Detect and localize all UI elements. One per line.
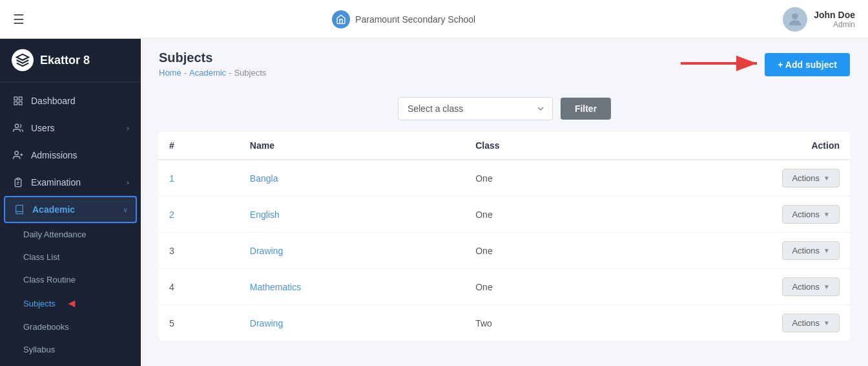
cell-name-5: Drawing — [240, 305, 465, 341]
actions-button-5[interactable]: Actions ▼ — [782, 314, 840, 332]
add-subject-button[interactable]: + Add subject — [765, 53, 850, 76]
sidebar-item-class-routine[interactable]: Class Routine — [0, 268, 141, 291]
layout: Ekattor 8 Dashboard — [0, 39, 868, 366]
subjects-table: # Name Class Action 1 Bangla One Actions — [159, 132, 850, 341]
breadcrumb-home[interactable]: Home — [159, 68, 181, 78]
cell-num-3: 3 — [159, 233, 240, 269]
cell-num-4: 4 — [159, 269, 240, 305]
dropdown-arrow-icon-3: ▼ — [823, 247, 830, 254]
sidebar-item-label-class-routine: Class Routine — [23, 275, 76, 285]
page-header: Subjects Home - Academic - Subjects — [141, 39, 868, 85]
table-row: 4 Mathematics One Actions ▼ — [159, 269, 850, 305]
sidebar-item-admissions[interactable]: Admissions — [0, 142, 141, 169]
svg-rect-4 — [19, 102, 22, 105]
sidebar-item-label-academic: Academic — [32, 204, 75, 215]
user-name: John Doe — [814, 10, 855, 20]
table-header: # Name Class Action — [159, 132, 850, 160]
logo-text: Ekattor 8 — [40, 54, 90, 67]
academic-submenu: Daily Attendance Class List Class Routin… — [0, 223, 141, 361]
red-arrow-decoration — [681, 54, 765, 73]
sidebar-item-label-daily-attendance: Daily Attendance — [23, 230, 87, 239]
user-avatar — [783, 7, 807, 32]
sidebar-item-gradebooks[interactable]: Gradebooks — [0, 316, 141, 338]
cell-name-4: Mathematics — [240, 269, 465, 305]
header-right: John Doe Admin — [783, 7, 855, 32]
table-row: 2 English One Actions ▼ — [159, 197, 850, 233]
table-row: 5 Drawing Two Actions ▼ — [159, 305, 850, 341]
chevron-right-icon-exam: › — [127, 178, 129, 186]
logo-icon — [12, 49, 34, 71]
svg-point-6 — [15, 151, 18, 155]
table-wrapper: # Name Class Action 1 Bangla One Actions — [141, 132, 868, 354]
sidebar-item-label-examination: Examination — [31, 177, 81, 188]
chevron-right-icon: › — [127, 124, 129, 132]
actions-button-3[interactable]: Actions ▼ — [782, 241, 840, 260]
clipboard-icon — [12, 176, 25, 189]
cell-num-2: 2 — [159, 197, 240, 233]
cell-name-2: English — [240, 197, 465, 233]
users-icon — [12, 122, 25, 135]
cell-action-4: Actions ▼ — [606, 269, 850, 305]
sidebar-item-academic[interactable]: Academic ∨ — [4, 196, 137, 223]
user-plus-icon — [12, 149, 25, 162]
sidebar-item-examination[interactable]: Examination › — [0, 169, 141, 196]
cell-class-4: One — [465, 269, 606, 305]
cell-action-5: Actions ▼ — [606, 305, 850, 341]
table-row: 3 Drawing One Actions ▼ — [159, 233, 850, 269]
svg-rect-3 — [14, 102, 17, 105]
table-body: 1 Bangla One Actions ▼ 2 English — [159, 160, 850, 341]
actions-button-2[interactable]: Actions ▼ — [782, 205, 840, 224]
top-header: ☰ Paramount Secondary School John Doe Ad… — [0, 0, 868, 39]
svg-point-0 — [792, 13, 798, 19]
school-name: Paramount Secondary School — [355, 14, 475, 25]
page-title-block: Subjects Home - Academic - Subjects — [159, 50, 266, 78]
svg-rect-2 — [19, 97, 22, 100]
subjects-red-arrow-icon: ◄ — [66, 297, 78, 309]
breadcrumb-academic[interactable]: Academic — [189, 68, 226, 78]
sidebar-item-syllabus[interactable]: Syllabus — [0, 338, 141, 361]
breadcrumb: Home - Academic - Subjects — [159, 68, 266, 78]
sidebar-item-class-list[interactable]: Class List — [0, 246, 141, 268]
header-left: ☰ — [13, 12, 25, 27]
cell-class-3: One — [465, 233, 606, 269]
dropdown-arrow-icon-2: ▼ — [823, 211, 830, 218]
sidebar-item-label-dashboard: Dashboard — [31, 96, 76, 106]
class-select[interactable]: Select a class One Two Three — [398, 97, 553, 120]
actions-button-1[interactable]: Actions ▼ — [782, 169, 840, 188]
header-arrow-area: + Add subject — [681, 50, 850, 76]
col-name: Name — [240, 132, 465, 160]
svg-rect-1 — [14, 97, 17, 100]
chevron-down-icon-academic: ∨ — [123, 206, 128, 214]
cell-num-1: 1 — [159, 160, 240, 197]
sidebar-item-label-subjects: Subjects — [23, 299, 56, 308]
sidebar-item-users[interactable]: Users › — [0, 114, 141, 142]
main-content: Subjects Home - Academic - Subjects — [141, 39, 868, 366]
user-role: Admin — [814, 20, 855, 29]
page-title: Subjects — [159, 50, 266, 65]
dropdown-arrow-icon-5: ▼ — [823, 319, 830, 327]
cell-num-5: 5 — [159, 305, 240, 341]
sidebar-item-subjects[interactable]: Subjects ◄ — [0, 291, 141, 316]
cell-name-1: Bangla — [240, 160, 465, 197]
sidebar: Ekattor 8 Dashboard — [0, 39, 141, 366]
sidebar-item-dashboard[interactable]: Dashboard — [0, 87, 141, 114]
cell-name-3: Drawing — [240, 233, 465, 269]
cell-action-2: Actions ▼ — [606, 197, 850, 233]
actions-button-4[interactable]: Actions ▼ — [782, 277, 840, 296]
sidebar-item-label-admissions: Admissions — [31, 150, 78, 160]
user-info: John Doe Admin — [814, 10, 855, 29]
sidebar-item-label-class-list: Class List — [23, 252, 59, 262]
svg-point-5 — [15, 124, 18, 127]
cell-action-3: Actions ▼ — [606, 233, 850, 269]
sidebar-item-daily-attendance[interactable]: Daily Attendance — [0, 223, 141, 246]
header-center: Paramount Secondary School — [332, 10, 475, 28]
cell-class-1: One — [465, 160, 606, 197]
dropdown-arrow-icon-4: ▼ — [823, 283, 830, 290]
cell-class-5: Two — [465, 305, 606, 341]
dropdown-arrow-icon-1: ▼ — [823, 175, 830, 182]
sidebar-item-label-syllabus: Syllabus — [23, 345, 55, 354]
filter-button[interactable]: Filter — [561, 98, 611, 120]
grid-icon — [12, 94, 25, 107]
hamburger-icon[interactable]: ☰ — [13, 12, 25, 27]
sidebar-nav: Dashboard Users › — [0, 82, 141, 366]
